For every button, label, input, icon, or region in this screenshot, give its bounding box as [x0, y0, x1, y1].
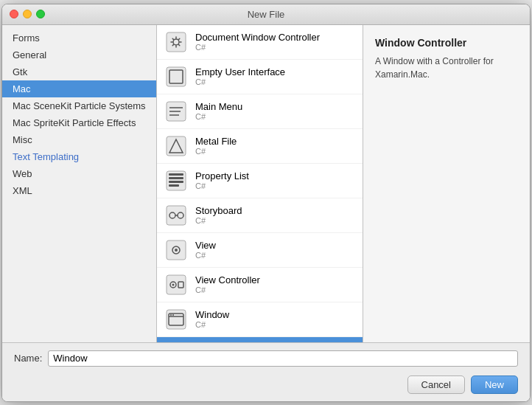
file-title: Main Menu — [195, 101, 242, 112]
svg-rect-12 — [169, 177, 183, 179]
file-title: Metal File — [195, 136, 237, 147]
name-input[interactable] — [48, 350, 518, 367]
file-subtitle: C# — [195, 181, 249, 190]
file-subtitle: C# — [195, 112, 242, 121]
sidebar-item-forms[interactable]: Forms — [2, 30, 156, 46]
file-title: View — [195, 240, 216, 251]
sidebar-item-gtk[interactable]: Gtk — [2, 63, 156, 80]
file-item-property-list[interactable]: Property ListC# — [157, 164, 363, 198]
svg-point-21 — [175, 249, 178, 252]
window-icon — [164, 308, 188, 331]
sidebar-item-web[interactable]: Web — [2, 165, 156, 182]
detail-panel: Window Controller A Window with a Contro… — [363, 25, 530, 342]
file-item-main-menu[interactable]: Main MenuC# — [157, 94, 363, 129]
main-content: FormsGeneralGtkMacMac SceneKit Particle … — [2, 25, 530, 342]
bottom-bar: Name: Cancel New — [2, 342, 530, 401]
file-item-window[interactable]: WindowC# — [157, 302, 363, 337]
file-subtitle: C# — [195, 77, 285, 86]
traffic-lights — [10, 10, 45, 18]
titlebar: New File — [2, 4, 530, 25]
svg-rect-11 — [169, 173, 183, 176]
file-list: Document Window ControllerC# Empty User … — [157, 25, 363, 342]
maximize-button[interactable] — [36, 10, 45, 18]
file-title: View Controller — [195, 274, 260, 285]
file-item-view-controller[interactable]: View ControllerC# — [157, 268, 363, 302]
new-file-dialog: New File FormsGeneralGtkMacMac SceneKit … — [1, 4, 531, 402]
button-row: Cancel New — [14, 375, 518, 394]
sidebar-item-general[interactable]: General — [2, 46, 156, 63]
file-title: Storyboard — [195, 205, 242, 216]
file-subtitle: C# — [195, 320, 229, 329]
file-subtitle: C# — [195, 251, 216, 260]
svg-point-30 — [172, 314, 174, 316]
window-title: New File — [248, 9, 285, 20]
sidebar-item-xml[interactable]: XML — [2, 182, 156, 199]
view-controller-icon — [164, 273, 188, 297]
sidebar-item-mac-scenekit[interactable]: Mac SceneKit Particle Systems — [2, 97, 156, 114]
file-subtitle: C# — [195, 216, 242, 225]
svg-rect-13 — [169, 181, 183, 183]
sidebar-item-mac-spritekit[interactable]: Mac SpriteKit Particle Effects — [2, 114, 156, 131]
file-title: Document Window Controller — [195, 32, 320, 43]
file-subtitle: C# — [195, 285, 260, 294]
file-item-window-controller[interactable]: Window ControllerC# — [157, 337, 363, 342]
svg-rect-26 — [167, 310, 186, 329]
svg-point-24 — [172, 283, 175, 285]
detail-title: Window Controller — [375, 37, 518, 49]
file-item-storyboard[interactable]: StoryboardC# — [157, 198, 363, 233]
file-subtitle: C# — [195, 147, 237, 156]
list-icon — [164, 169, 188, 193]
file-subtitle: C# — [195, 43, 320, 52]
file-title: Property List — [195, 170, 249, 181]
gear-icon — [164, 30, 188, 54]
new-button[interactable]: New — [471, 375, 518, 394]
file-item-empty-ui[interactable]: Empty User InterfaceC# — [157, 60, 363, 94]
sidebar-item-misc[interactable]: Misc — [2, 131, 156, 148]
minimize-button[interactable] — [23, 10, 32, 18]
sidebar-item-mac[interactable]: Mac — [2, 80, 156, 97]
file-item-doc-window-ctrl[interactable]: Document Window ControllerC# — [157, 25, 363, 60]
svg-point-29 — [170, 314, 172, 316]
storyboard-icon — [164, 204, 188, 227]
name-label: Name: — [14, 353, 42, 364]
file-item-view[interactable]: ViewC# — [157, 233, 363, 268]
file-item-metal-file[interactable]: Metal FileC# — [157, 129, 363, 164]
empty-icon — [164, 65, 188, 89]
sidebar: FormsGeneralGtkMacMac SceneKit Particle … — [2, 25, 157, 342]
view-icon — [164, 238, 188, 262]
name-row: Name: — [14, 350, 518, 367]
svg-rect-14 — [169, 184, 179, 187]
file-title: Empty User Interface — [195, 66, 285, 77]
metal-icon — [164, 134, 188, 158]
lines-icon — [164, 100, 188, 123]
cancel-button[interactable]: Cancel — [407, 375, 465, 394]
file-title: Window — [195, 309, 229, 320]
svg-rect-0 — [167, 32, 186, 52]
detail-description: A Window with a Controller for Xamarin.M… — [375, 55, 518, 81]
sidebar-item-text-templating[interactable]: Text Templating — [2, 148, 156, 165]
close-button[interactable] — [10, 10, 18, 18]
